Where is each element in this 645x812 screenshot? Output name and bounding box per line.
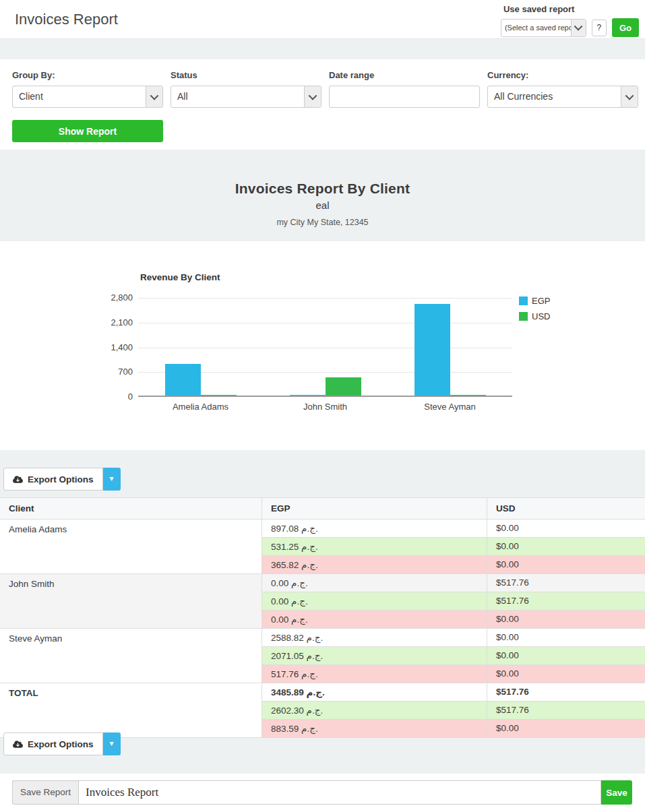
export-options-label: Export Options [28,474,94,485]
egp-amount-cell: 897.08 ج.م. [262,520,487,538]
go-button[interactable]: Go [612,18,639,37]
group-by-label: Group By: [12,70,163,80]
chart-bar-egp [290,395,326,396]
chart-bar-egp [165,364,201,396]
usd-amount-cell: $517.76 [487,592,645,611]
report-name-input[interactable] [78,780,601,805]
chart-plot-area: 2,8002,1001,4007000Amelia AdamsJohn Smit… [138,298,512,397]
date-range-label: Date range [329,70,480,80]
help-button[interactable]: ? [592,20,607,36]
egp-amount-cell: 517.76 ج.م. [262,665,487,683]
usd-amount-cell: $0.00 [487,647,645,665]
y-axis-tick-label: 0 [91,392,133,402]
use-saved-report-label: Use saved report [503,4,639,14]
egp-amount-cell: 883.59 ج.م. [262,720,487,738]
table-row: Steve Ayman2588.82 ج.م.$0.00 [0,629,645,647]
report-company: eal [0,199,645,211]
usd-amount-cell: $0.00 [487,611,645,629]
egp-amount-cell: 0.00 ج.م. [262,611,487,629]
usd-amount-cell: $0.00 [487,538,645,556]
legend-label: USD [532,311,550,321]
table-row: TOTAL3485.89 ج.م.$517.76 [0,683,645,701]
usd-amount-cell: $0.00 [487,520,645,538]
usd-amount-cell: $517.76 [487,574,645,592]
report-address: my City My State, 12345 [0,218,645,227]
invoices-report-page: Invoices Report Use saved report (Select… [0,0,645,812]
export-options-label: Export Options [28,739,94,749]
caret-down-icon[interactable]: ▾ [103,468,121,491]
egp-amount-cell: 2588.82 ج.م. [262,629,487,647]
chevron-down-icon [304,86,321,107]
chart-gridline [138,348,512,348]
filters-panel: Group By: Client Status All Date range C… [0,59,645,150]
egp-amount-cell: 0.00 ج.م. [262,574,487,592]
x-axis-category-label: John Smith [263,402,388,412]
column-header: Client [0,498,262,520]
legend-item: EGP [519,296,550,306]
egp-amount-cell: 2602.30 ج.م. [262,701,487,720]
saved-report-select[interactable]: (Select a saved report) [501,19,586,37]
save-report-addon-label: Save Report [12,780,78,805]
currency-value: All Currencies [488,86,621,107]
table-row: Amelia Adams897.08 ج.م.$0.00 [0,520,645,538]
group-by-value: Client [13,86,146,107]
cloud-download-icon [13,475,23,484]
revenue-chart-panel: Revenue By Client 2,8002,1001,4007000Ame… [0,241,645,450]
chart-title: Revenue By Client [140,272,220,282]
chart-gridline [138,298,512,299]
report-heading: Invoices Report By Client eal my City My… [0,181,645,227]
page-title: Invoices Report [15,11,118,28]
usd-amount-cell: $0.00 [487,720,645,738]
chart-gridline [138,323,512,323]
currency-select[interactable]: All Currencies [487,86,638,108]
status-select[interactable]: All [171,86,321,108]
usd-amount-cell: $0.00 [487,629,645,647]
usd-amount-cell: $0.00 [487,665,645,683]
usd-amount-cell: $517.76 [487,683,645,701]
export-options-button[interactable]: Export Options ▾ [3,468,121,491]
y-axis-tick-label: 1,400 [91,342,133,352]
table-header-row: ClientEGPUSD [0,498,645,520]
save-button[interactable]: Save [601,780,632,805]
status-label: Status [171,70,321,80]
egp-amount-cell: 2071.05 ج.م. [262,647,487,665]
report-table: ClientEGPUSD Amelia Adams897.08 ج.م.$0.0… [0,497,645,738]
x-axis-category-label: Steve Ayman [388,402,512,412]
column-header: EGP [262,498,487,520]
saved-report-select-value: (Select a saved report) [501,20,571,36]
client-cell: TOTAL [0,683,262,738]
chevron-down-icon [146,86,162,107]
egp-amount-cell: 0.00 ج.م. [262,592,487,611]
y-axis-tick-label: 700 [91,367,133,377]
table-row: John Smith0.00 ج.م.$517.76 [0,574,645,592]
status-value: All [171,86,304,107]
chart-bar-usd [201,395,237,396]
usd-amount-cell: $517.76 [487,701,645,720]
cloud-download-icon [13,740,23,749]
y-axis-tick-label: 2,100 [91,317,133,327]
legend-label: EGP [532,296,550,306]
export-options-button[interactable]: Export Options ▾ [3,732,121,755]
saved-report-block: Use saved report (Select a saved report)… [501,4,639,37]
chart-legend: EGPUSD [519,296,550,327]
chart-bar-usd [450,395,486,396]
show-report-button[interactable]: Show Report [12,120,163,142]
client-cell: Amelia Adams [0,520,262,574]
date-range-input[interactable] [329,86,480,108]
column-header: USD [487,498,645,520]
client-cell: Steve Ayman [0,629,262,683]
egp-amount-cell: 3485.89 ج.م. [262,683,487,701]
caret-down-icon[interactable]: ▾ [103,732,121,755]
chevron-down-icon [571,20,586,36]
save-report-panel: Save Report Save [0,774,645,812]
report-title: Invoices Report By Client [0,181,645,197]
legend-item: USD [519,311,550,321]
legend-swatch [519,296,528,305]
group-by-select[interactable]: Client [12,86,163,108]
currency-label: Currency: [487,70,638,80]
chevron-down-icon [621,86,638,107]
chart-bar-usd [326,377,361,396]
x-axis-category-label: Amelia Adams [138,402,263,412]
chart-bar-egp [414,304,450,396]
client-cell: John Smith [0,574,262,629]
